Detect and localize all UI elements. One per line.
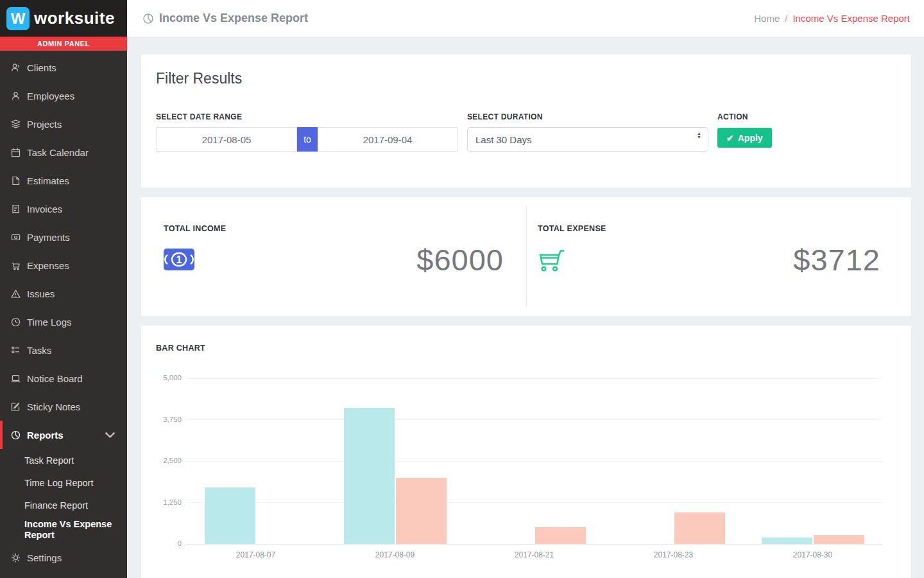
bar-expense-2017-08-23 [674, 512, 725, 544]
estimates-icon [10, 175, 21, 186]
sidebar-item-label: Employees [27, 91, 74, 101]
admin-panel-banner: ADMIN PANEL [0, 37, 127, 51]
bar-chart-card: BAR CHART 01,2502,5003,7505,000 2017-08-… [141, 326, 911, 578]
sidebar-item-issues[interactable]: Issues [0, 279, 127, 308]
sidebar-item-sticky-notes[interactable]: Sticky Notes [0, 392, 127, 421]
settings-gear-icon [10, 552, 21, 563]
breadcrumb-separator: / [785, 13, 787, 24]
x-axis-tick-label: 2017-08-07 [236, 550, 275, 559]
employees-icon [10, 91, 21, 101]
breadcrumb-current: Income Vs Expense Report [792, 13, 910, 24]
sidebar-menu: Clients Employees Projects Task Calendar… [0, 51, 127, 572]
date-range-label: SELECT DATE RANGE [156, 112, 242, 121]
sidebar-item-clients[interactable]: Clients [0, 53, 127, 82]
sidebar-item-label: Tasks [27, 345, 51, 356]
duration-label: SELECT DURATION [467, 112, 543, 121]
sidebar-subitem-time-log-report[interactable]: Time Log Report [0, 471, 127, 494]
gridline-1250 [186, 502, 882, 503]
projects-icon [10, 119, 21, 130]
sidebar-item-label: Estimates [27, 175, 69, 186]
totals-divider [526, 207, 527, 306]
chevron-down-icon [105, 430, 116, 441]
sidebar-item-estimates[interactable]: Estimates [0, 166, 127, 195]
action-label: ACTION [717, 112, 748, 121]
sidebar-item-notice-board[interactable]: Notice Board [0, 364, 127, 392]
sidebar-item-time-logs[interactable]: Time Logs [0, 308, 127, 336]
apply-button-label: Apply [738, 133, 763, 143]
sidebar: W worksuite ADMIN PANEL Clients Employee… [0, 0, 127, 578]
sidebar-item-settings[interactable]: Settings [0, 543, 127, 572]
payments-icon [10, 232, 21, 243]
sidebar-item-label: Reports [27, 430, 64, 441]
sidebar-subitem-task-report[interactable]: Task Report [0, 449, 127, 471]
gridline-2500 [186, 461, 882, 462]
sidebar-item-reports[interactable]: Reports [0, 421, 127, 449]
gridline-3750 [186, 419, 882, 420]
sidebar-item-label: Sticky Notes [27, 401, 80, 412]
sidebar-item-label: Settings [27, 552, 62, 563]
sidebar-item-label: Invoices [27, 204, 62, 215]
logo-w-icon: W [6, 7, 30, 30]
chart-plot [186, 378, 882, 544]
sidebar-item-payments[interactable]: Payments [0, 223, 127, 251]
totals-card: TOTAL INCOME 1 $6000 TOTAL EXPENSE $3712 [141, 197, 911, 316]
gridline-5000 [186, 378, 882, 379]
sidebar-subitem-finance-report[interactable]: Finance Report [0, 494, 127, 516]
bar-income-2017-08-30 [762, 538, 812, 544]
bar-chart-title: BAR CHART [156, 344, 205, 353]
sidebar-item-tasks[interactable]: Tasks [0, 336, 127, 364]
sidebar-item-projects[interactable]: Projects [0, 110, 127, 138]
sidebar-item-task-calendar[interactable]: Task Calendar [0, 138, 127, 166]
sidebar-item-label: Expenses [27, 260, 69, 271]
sidebar-item-label: Payments [27, 232, 70, 243]
tasks-icon [10, 345, 21, 356]
breadcrumb: Home / Income Vs Expense Report [754, 13, 910, 24]
expenses-icon [10, 260, 21, 271]
y-axis-tick-label: 1,250 [154, 498, 182, 506]
app-logo[interactable]: W worksuite [0, 0, 127, 37]
y-axis-tick-label: 2,500 [154, 457, 182, 464]
sidebar-item-label: Time Logs [27, 317, 71, 328]
page-title-text: Income Vs Expense Report [159, 12, 308, 25]
clients-icon [10, 62, 21, 73]
total-income-label: TOTAL INCOME [164, 224, 226, 233]
breadcrumb-home-link[interactable]: Home [754, 13, 780, 24]
sidebar-item-invoices[interactable]: Invoices [0, 195, 127, 223]
task-calendar-icon [10, 147, 21, 158]
pie-chart-icon [142, 13, 154, 24]
sidebar-item-expenses[interactable]: Expenses [0, 251, 127, 279]
sidebar-item-label: Notice Board [27, 373, 83, 384]
bar-income-2017-08-07 [205, 487, 255, 544]
x-axis-tick-label: 2017-08-21 [515, 550, 554, 559]
bar-expense-2017-08-30 [814, 535, 864, 544]
end-date-input[interactable] [318, 127, 458, 152]
invoices-icon [10, 204, 21, 215]
y-axis-tick-label: 3,750 [154, 416, 182, 423]
bar-expense-2017-08-21 [535, 527, 586, 544]
y-axis-tick-label: 0 [154, 539, 182, 547]
reports-pie-icon [10, 430, 21, 441]
sidebar-item-label: Issues [27, 288, 55, 299]
sidebar-item-label: Task Calendar [27, 147, 89, 158]
chart-xlabels: 2017-08-072017-08-092017-08-212017-08-23… [186, 550, 882, 563]
top-header: Income Vs Expense Report Home / Income V… [127, 0, 924, 37]
date-range-to-separator: to [297, 127, 318, 152]
duration-select[interactable]: Last 30 Days [467, 127, 708, 152]
total-expense-value: $3712 [793, 242, 880, 277]
sidebar-item-employees[interactable]: Employees [0, 82, 127, 110]
sidebar-subitem-income-vs-expense-report[interactable]: Income Vs Expense Report [0, 516, 127, 543]
apply-button[interactable]: ✔ Apply [717, 128, 772, 148]
sticky-notes-icon [10, 401, 21, 412]
brand-name: worksuite [34, 8, 115, 28]
start-date-input[interactable] [156, 127, 297, 152]
notice-board-icon [10, 373, 21, 384]
time-logs-icon [10, 317, 21, 328]
total-expense-label: TOTAL EXPENSE [538, 224, 606, 233]
x-axis-tick-label: 2017-08-23 [654, 550, 693, 559]
chart-ylabels: 01,2502,5003,7505,000 [154, 378, 182, 544]
check-icon: ✔ [726, 133, 734, 143]
y-axis-tick-label: 5,000 [154, 374, 182, 381]
sidebar-item-label: Projects [27, 119, 62, 130]
total-income-value: $6000 [141, 242, 504, 277]
cart-icon [538, 247, 566, 277]
